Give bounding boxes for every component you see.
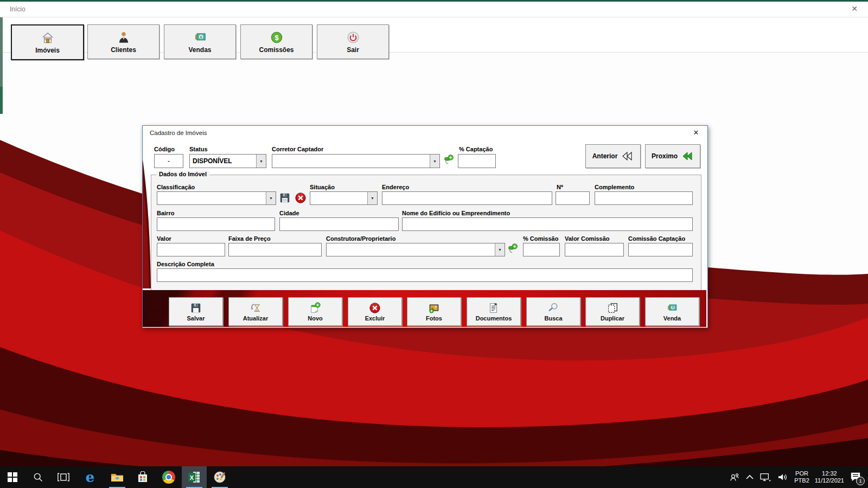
- classificacao-combobox[interactable]: ▼: [157, 191, 276, 205]
- pcomissao-label: % Comissão: [523, 235, 558, 242]
- app-title: Início: [10, 5, 25, 13]
- situacao-combobox[interactable]: ▼: [310, 191, 378, 205]
- excluir-button[interactable]: Excluir: [348, 297, 402, 326]
- chevron-down-icon[interactable]: ▼: [430, 155, 439, 168]
- fotos-button[interactable]: Fotos: [407, 297, 461, 326]
- vcomissao-field[interactable]: [565, 243, 624, 256]
- people-icon[interactable]: [729, 472, 740, 482]
- taskbar-edge-button[interactable]: e: [78, 466, 103, 488]
- dollar-icon: $: [270, 30, 284, 44]
- anterior-button[interactable]: Anterior: [585, 144, 641, 168]
- toolbar-button-imoveis[interactable]: Imóveis: [11, 24, 84, 60]
- cidade-field[interactable]: [279, 217, 399, 231]
- construtora-combobox[interactable]: ▼: [326, 243, 505, 256]
- volume-icon[interactable]: [777, 472, 789, 482]
- clear-classificacao-icon[interactable]: [295, 192, 307, 204]
- group-title: Dados do Imóvel: [156, 171, 209, 177]
- ccaptacao-label: Comissão Captação: [628, 235, 685, 242]
- language-indicator[interactable]: POR PTB2: [794, 470, 809, 484]
- action-label: Venda: [663, 315, 681, 322]
- toolbar-button-label: Imóveis: [35, 47, 60, 54]
- situacao-value: [310, 192, 367, 204]
- copy-icon: [607, 302, 618, 314]
- edificio-field[interactable]: [402, 217, 693, 231]
- busca-button[interactable]: Busca: [526, 297, 580, 326]
- endereco-label: Endereço: [382, 184, 409, 190]
- atualizar-button[interactable]: Atualizar: [228, 297, 283, 326]
- task-view-button[interactable]: [51, 466, 76, 488]
- faixa-field[interactable]: [228, 243, 322, 256]
- endereco-field[interactable]: [382, 191, 552, 205]
- novo-button[interactable]: Novo: [288, 297, 342, 326]
- action-center-button[interactable]: 1: [850, 471, 863, 483]
- venda-button[interactable]: 0 Venda: [645, 297, 699, 326]
- store-icon: [137, 471, 148, 483]
- corretor-combobox[interactable]: ▼: [272, 154, 440, 168]
- chevron-down-icon[interactable]: ▼: [495, 243, 505, 256]
- network-display-icon[interactable]: [760, 472, 771, 482]
- search-icon: [33, 472, 43, 483]
- salvar-button[interactable]: Salvar: [169, 297, 223, 326]
- toolbar-button-sair[interactable]: Sair: [317, 24, 389, 59]
- construtora-label: Construtora/Proprietario: [326, 235, 395, 242]
- chevron-down-icon[interactable]: ▼: [256, 155, 266, 168]
- proximo-label: Proximo: [652, 152, 678, 160]
- document-icon: [488, 302, 500, 314]
- chrome-icon: [162, 471, 175, 484]
- documentos-button[interactable]: Documentos: [467, 297, 521, 326]
- chevron-down-icon[interactable]: ▼: [266, 192, 276, 204]
- svg-text:$: $: [275, 33, 279, 41]
- clock-date: 11/12/2021: [815, 477, 844, 484]
- excel-icon: X: [188, 471, 201, 484]
- taskbar-paint-button[interactable]: [207, 466, 232, 488]
- captacao-label: % Captação: [459, 146, 493, 152]
- status-label: Status: [189, 146, 208, 152]
- start-button[interactable]: [0, 466, 25, 488]
- proximo-button[interactable]: Proximo: [645, 144, 700, 168]
- dialog-title: Cadastro de Imóveis: [150, 130, 207, 136]
- status-combobox[interactable]: DISPONÍVEL ▼: [189, 154, 266, 168]
- descricao-field[interactable]: [157, 268, 693, 282]
- money-icon: 0: [666, 302, 678, 314]
- toolbar-button-vendas[interactable]: 0 Vendas: [164, 24, 236, 59]
- bairro-field[interactable]: [157, 217, 275, 231]
- valor-field[interactable]: [157, 243, 225, 256]
- chevron-down-icon[interactable]: ▼: [367, 192, 377, 204]
- bairro-label: Bairro: [157, 210, 174, 216]
- add-construtora-pin-icon[interactable]: [507, 243, 519, 255]
- power-icon: [346, 30, 360, 44]
- ccaptacao-field[interactable]: [628, 243, 693, 256]
- pcomissao-field[interactable]: [523, 243, 560, 256]
- toolbar-button-label: Sair: [347, 46, 359, 54]
- action-label: Excluir: [365, 315, 385, 322]
- toolbar-button-label: Vendas: [188, 46, 211, 54]
- photo-icon: [428, 302, 440, 314]
- complemento-field[interactable]: [595, 191, 693, 205]
- toolbar-button-clientes[interactable]: Clientes: [87, 24, 159, 59]
- taskbar-search-button[interactable]: [25, 466, 50, 488]
- duplicar-button[interactable]: Duplicar: [585, 297, 640, 326]
- taskbar-store-button[interactable]: [130, 466, 155, 488]
- svg-text:X: X: [190, 474, 194, 481]
- notification-badge: 1: [856, 477, 865, 485]
- save-classificacao-icon[interactable]: [279, 192, 291, 204]
- chevron-up-icon[interactable]: [745, 474, 754, 480]
- refresh-hourglass-icon: [250, 302, 261, 314]
- new-note-icon: [309, 302, 321, 314]
- codigo-field[interactable]: -: [154, 154, 183, 168]
- classificacao-value: [157, 192, 266, 204]
- app-close-icon[interactable]: ✕: [847, 4, 861, 15]
- add-corretor-pin-icon[interactable]: [443, 154, 455, 166]
- complemento-label: Complemento: [595, 184, 634, 190]
- toolbar-button-comissoes[interactable]: $ Comissões: [240, 24, 312, 59]
- construtora-value: [327, 243, 495, 256]
- action-label: Busca: [544, 315, 562, 322]
- captacao-field[interactable]: [458, 154, 496, 168]
- valor-label: Valor: [157, 235, 171, 242]
- clock[interactable]: 12:32 11/12/2021: [815, 470, 844, 484]
- taskbar-explorer-button[interactable]: [105, 466, 130, 488]
- taskbar-chrome-button[interactable]: [156, 466, 181, 488]
- taskbar-excel-button[interactable]: X: [182, 466, 207, 488]
- numero-field[interactable]: [556, 191, 590, 205]
- dialog-close-icon[interactable]: ✕: [691, 129, 701, 137]
